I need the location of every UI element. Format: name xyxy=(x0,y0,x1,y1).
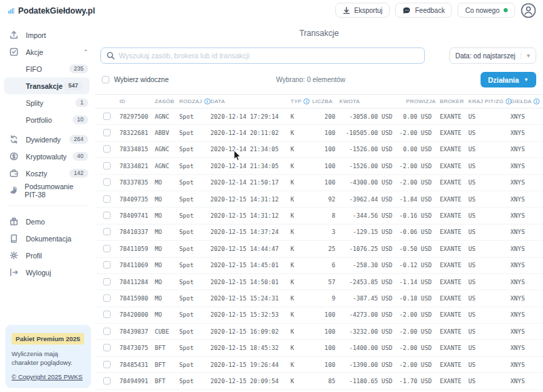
row-checkbox[interactable] xyxy=(103,228,111,235)
cell-id: 78485431 xyxy=(119,361,155,368)
cell-rodzaj: Spot xyxy=(179,113,210,120)
sidebar-item-label: Dywidendy xyxy=(26,136,60,144)
sidebar-item-fifo[interactable]: FIFO 235 xyxy=(0,60,95,77)
row-checkbox[interactable] xyxy=(103,113,111,120)
chevron-up-icon[interactable]: ⌃ xyxy=(83,49,88,56)
row-checkbox[interactable] xyxy=(103,195,111,203)
cell-gielda: XNYS xyxy=(510,328,539,335)
cell-prowizja: -0.50 USD xyxy=(396,246,436,252)
table-row[interactable]: 78411059 MO Spot 2020-12-15 14:44:47 K 2… xyxy=(95,241,543,257)
sidebar-item-akcje[interactable]: Akcje ⌃ xyxy=(0,43,95,60)
col-header-liczba[interactable]: LICZBA xyxy=(312,98,339,104)
row-checkbox[interactable] xyxy=(103,294,111,302)
notification-dot xyxy=(504,8,508,12)
cell-rodzaj: Spot xyxy=(179,279,210,286)
cell-data: 2020-12-14 20:11:02 xyxy=(210,130,291,136)
row-checkbox[interactable] xyxy=(103,344,111,351)
sort-dropdown[interactable]: Data: od najstarszej ▼ xyxy=(449,47,536,64)
cell-id: 78411069 xyxy=(119,262,155,269)
table-row[interactable]: 78297500 AGNC Spot 2020-12-14 17:29:14 K… xyxy=(95,109,543,125)
row-checkbox[interactable] xyxy=(103,311,111,318)
table-row[interactable]: 78410337 MO Spot 2020-12-15 14:37:24 K 3… xyxy=(95,224,543,241)
row-checkbox[interactable] xyxy=(103,212,111,219)
cell-rodzaj: Spot xyxy=(179,311,210,318)
col-header-data[interactable]: DATA xyxy=(210,98,291,104)
cell-prowizja: -2.00 USD xyxy=(396,328,436,335)
table-row[interactable]: 78439837 CUBE Spot 2020-12-15 16:09:02 K… xyxy=(95,324,543,340)
cell-zasob: CUBE xyxy=(155,328,179,335)
row-checkbox[interactable] xyxy=(103,261,111,269)
row-checkbox[interactable] xyxy=(103,278,111,286)
col-header-prowizja[interactable]: PROWIZJA xyxy=(396,98,436,104)
sidebar-item-dywidendy[interactable]: Dywidendy 264 xyxy=(0,131,95,148)
table-row[interactable]: 78415980 MO Spot 2020-12-15 15:24:31 K 9… xyxy=(95,290,543,307)
table-row[interactable]: 78409741 MO Spot 2020-12-15 14:31:12 K 8… xyxy=(95,208,543,224)
search-box xyxy=(100,47,425,64)
row-checkbox[interactable] xyxy=(103,245,111,252)
row-checkbox[interactable] xyxy=(103,361,111,368)
row-checkbox[interactable] xyxy=(103,129,111,136)
sidebar-item-dokumentacja[interactable]: Dokumentacja xyxy=(0,230,95,247)
sidebar-item-pit38[interactable]: Podsumowanie PIT-38 xyxy=(0,182,95,199)
table-row[interactable]: 78485431 BFT Spot 2020-12-15 19:26:44 K … xyxy=(95,357,543,373)
cell-liczba: 3 xyxy=(312,229,339,235)
export-label: Eksportuj xyxy=(354,7,383,14)
table-row[interactable]: 78337835 MO Spot 2020-12-14 21:50:17 K 1… xyxy=(95,175,543,191)
table-row[interactable]: 78420000 MO Spot 2020-12-15 15:32:53 K 1… xyxy=(95,307,543,324)
sidebar-item-demo[interactable]: Demo xyxy=(0,213,95,230)
table-row[interactable]: 78473075 BFT Spot 2020-12-15 18:45:32 K … xyxy=(95,340,543,356)
table-row[interactable]: 78494991 BFT Spot 2020-12-15 20:09:54 K … xyxy=(95,373,543,389)
sidebar-item-profil[interactable]: Profil xyxy=(0,247,95,264)
actions-button[interactable]: Działania ▼ xyxy=(481,72,536,87)
cell-kwota: -3058.00 USD xyxy=(339,113,396,120)
row-checkbox[interactable] xyxy=(103,145,111,153)
sync-arrows-icon xyxy=(8,135,19,144)
col-header-kwota[interactable]: KWOTA xyxy=(339,98,396,104)
cell-typ: K xyxy=(291,378,312,385)
cell-kraj: US xyxy=(468,262,510,269)
info-icon[interactable]: i xyxy=(303,98,310,104)
cell-kwota: -4273.00 USD xyxy=(339,311,396,318)
sidebar-item-transakcje[interactable]: Transakcje 547 xyxy=(4,77,90,94)
col-header-typ[interactable]: TYPi xyxy=(291,98,312,104)
sidebar-item-kryptowaluty[interactable]: Kryptowaluty 40 xyxy=(0,148,95,165)
cell-gielda: XNYS xyxy=(510,246,539,252)
table-row[interactable]: 78411069 MO Spot 2020-12-15 14:45:01 K 6… xyxy=(95,258,543,274)
feedback-button[interactable]: Feedback xyxy=(395,3,452,18)
select-visible-checkbox[interactable] xyxy=(102,76,109,83)
info-icon[interactable]: i xyxy=(533,98,540,104)
cell-id: 78473075 xyxy=(119,345,155,351)
search-input[interactable] xyxy=(119,52,419,60)
col-header-kraj[interactable]: KRAJ PIT/ZGi xyxy=(468,98,510,104)
cell-prowizja: -2.00 USD xyxy=(396,345,436,351)
row-checkbox[interactable] xyxy=(103,162,111,170)
sidebar-item-wyloguj[interactable]: Wyloguj xyxy=(0,264,95,281)
cell-zasob: BFT xyxy=(155,378,179,385)
col-header-zasob[interactable]: ZASÓB xyxy=(155,98,179,104)
copyright-link[interactable]: © Copyright 2025 PWKS xyxy=(12,373,83,380)
row-checkbox[interactable] xyxy=(103,377,111,385)
cell-prowizja: -0.16 USD xyxy=(396,212,436,219)
col-header-rodzaj[interactable]: RODZAJi xyxy=(179,98,210,104)
col-header-gielda[interactable]: GIEŁDAi xyxy=(510,98,540,104)
table-row[interactable]: 78334821 AGNC Spot 2020-12-14 21:34:05 K… xyxy=(95,158,543,174)
row-checkbox[interactable] xyxy=(103,328,111,335)
info-icon[interactable]: i xyxy=(204,98,210,104)
cell-broker: EXANTE xyxy=(436,246,468,252)
table-row[interactable]: 78322681 ABBV Spot 2020-12-14 20:11:02 K… xyxy=(95,125,543,141)
sidebar-item-splity[interactable]: Splity 1 xyxy=(0,94,95,111)
brand-logo[interactable]: PodatekGiełdowy.pl xyxy=(0,0,95,16)
table-row[interactable]: 78411284 MO Spot 2020-12-15 14:50:01 K 5… xyxy=(95,274,543,290)
table-row[interactable]: 78334815 AGNC Spot 2020-12-14 21:34:05 K… xyxy=(95,142,543,158)
avatar[interactable] xyxy=(521,3,536,18)
col-header-broker[interactable]: BROKER xyxy=(436,98,468,104)
table-row[interactable]: 78409735 MO Spot 2020-12-15 14:31:12 K 9… xyxy=(95,191,543,208)
col-header-id[interactable]: ID xyxy=(119,98,155,104)
row-checkbox[interactable] xyxy=(103,178,111,186)
sidebar-item-import[interactable]: Import xyxy=(0,26,95,43)
sidebar-item-koszty[interactable]: Koszty 142 xyxy=(0,165,95,182)
export-button[interactable]: Eksportuj xyxy=(335,3,390,18)
cell-gielda: XNYS xyxy=(510,262,539,269)
sidebar-item-portfolio[interactable]: Portfolio 10 xyxy=(0,111,95,128)
whats-new-button[interactable]: Co nowego xyxy=(457,3,515,18)
